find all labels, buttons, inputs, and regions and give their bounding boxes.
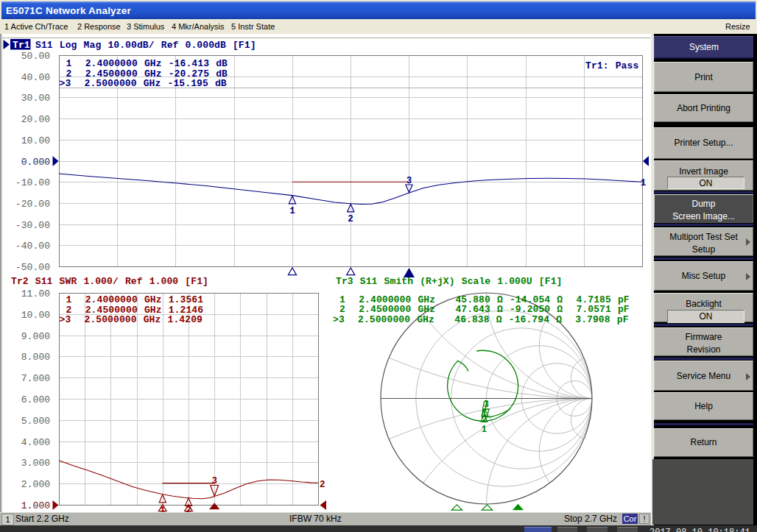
svg-text:50.00: 50.00 xyxy=(21,51,51,62)
svg-text:9.000: 9.000 xyxy=(21,331,51,342)
svg-text:2: 2 xyxy=(320,480,325,490)
svg-text:>3 2.5000000 GHz -15.195 dB: >3 2.5000000 GHz -15.195 dB xyxy=(60,78,227,89)
svg-text:3.000: 3.000 xyxy=(21,458,51,469)
svg-text:7.000: 7.000 xyxy=(21,373,51,384)
svg-text:20.00: 20.00 xyxy=(21,114,51,125)
svg-text:8.000: 8.000 xyxy=(21,352,51,363)
svg-text:Tr1: Tr1 xyxy=(13,40,30,51)
svg-text:3: 3 xyxy=(211,476,217,486)
svg-text:1.000: 1.000 xyxy=(21,500,51,511)
svg-text:4.000: 4.000 xyxy=(21,437,51,448)
svg-text:-50.00: -50.00 xyxy=(15,262,50,273)
svg-text:10.00: 10.00 xyxy=(21,310,51,321)
svg-text:3: 3 xyxy=(484,400,489,410)
svg-text:40.00: 40.00 xyxy=(21,72,51,83)
svg-text:Tr1: Pass: Tr1: Pass xyxy=(585,60,638,71)
svg-text:S11 Log Mag 10.00dB/ Ref 0.000: S11 Log Mag 10.00dB/ Ref 0.000dB [F1] xyxy=(35,40,256,51)
svg-text:6.000: 6.000 xyxy=(21,394,51,405)
svg-text:Tr2 S11 SWR 1.000/ Ref 1.000 [: Tr2 S11 SWR 1.000/ Ref 1.000 [F1] xyxy=(11,276,208,287)
svg-text:11.00: 11.00 xyxy=(21,288,51,299)
svg-text:>3 2.5000000 GHz 1.4209: >3 2.5000000 GHz 1.4209 xyxy=(60,314,203,325)
svg-text:>3 2.5000000 GHz 46.838 Ω -: >3 2.5000000 GHz 46.838 Ω -16.794 Ω 3.79… xyxy=(333,314,629,325)
svg-text:2: 2 xyxy=(348,214,353,224)
svg-text:0.000: 0.000 xyxy=(21,157,51,168)
svg-text:1: 1 xyxy=(482,425,487,435)
svg-text:-40.00: -40.00 xyxy=(15,241,50,252)
svg-text:5.000: 5.000 xyxy=(21,416,51,427)
svg-text:Tr3 S11 Smith (R+jX) Scale 1.0: Tr3 S11 Smith (R+jX) Scale 1.000U [F1] xyxy=(336,276,562,287)
svg-text:2.000: 2.000 xyxy=(21,479,51,490)
svg-text:30.00: 30.00 xyxy=(21,93,51,104)
svg-text:10.00: 10.00 xyxy=(21,135,51,146)
svg-text:3: 3 xyxy=(406,176,412,186)
svg-text:1: 1 xyxy=(289,206,295,216)
svg-text:-10.00: -10.00 xyxy=(15,177,50,188)
svg-text:-20.00: -20.00 xyxy=(15,199,50,210)
svg-text:-30.00: -30.00 xyxy=(15,220,50,231)
svg-text:1: 1 xyxy=(641,178,647,188)
